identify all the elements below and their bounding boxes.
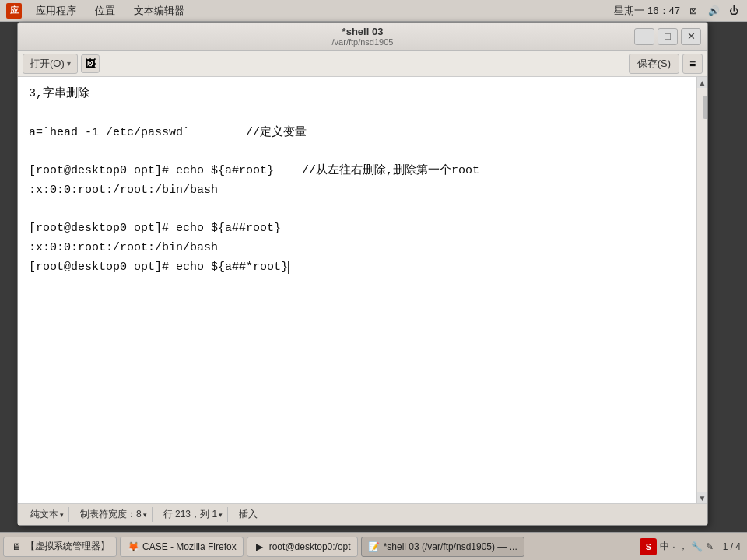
save-label: 保存(S) [637,57,671,71]
menu-icon: ≡ [689,58,696,70]
menu-button[interactable]: ≡ [682,54,703,74]
position-label: 行 213，列 1 [163,508,217,521]
editor-line: a=`head -1 /etc/passwd` //定义变量 [29,124,686,143]
power-icon: ⏻ [727,4,741,18]
network-icon: ⊠ [686,4,700,18]
editor-line [29,104,686,124]
image-button[interactable]: 🖼 [81,54,100,73]
clock-area: 星期一 16：47 ⊠ 🔊 ⏻ [614,4,741,18]
scrollbar[interactable]: ▲ ▼ [696,77,707,503]
scroll-down-button[interactable]: ▼ [697,492,708,503]
taskbar-label-shell: *shell 03 (/var/ftp/nsd1905) — ... [384,541,517,552]
taskbar-right: S 中 · ， 🔧 ✎ 1 / 4 [640,538,744,555]
taskbar-item-firefox[interactable]: 🦊 CASE - Mozilla Firefox [120,537,244,557]
editor-window: *shell 03 /var/ftp/nsd1905 — □ ✕ 打开(O) ▾… [17,22,708,526]
taskbar: 🖥 【虚拟系统管理器】 🦊 CASE - Mozilla Firefox ▶ r… [0,532,747,560]
status-bar: 纯文本 ▾ 制表符宽度：8 ▾ 行 213，列 1 ▾ 插入 [18,503,707,525]
window-title: *shell 03 /var/ftp/nsd1905 [332,26,394,47]
tab-width-arrow: ▾ [143,511,147,519]
text-type-selector[interactable]: 纯文本 ▾ [26,507,69,522]
open-button-label: 打开(O) [30,57,65,71]
position-arrow: ▾ [219,511,223,519]
page-indicator: 1 / 4 [723,541,741,552]
editor-line: 3,字串删除 [29,85,686,104]
clock-display: 星期一 16：47 [614,4,680,18]
taskbar-item-shell[interactable]: 📝 *shell 03 (/var/ftp/nsd1905) — ... [361,537,524,557]
audio-icon: 🔊 [707,4,721,18]
taskbar-label-vm: 【虚拟系统管理器】 [26,540,110,553]
taskbar-item-terminal[interactable]: ▶ root@desktop0:/opt [247,537,358,557]
window-title-main: *shell 03 [332,26,394,37]
editor-line [29,201,686,220]
window-title-sub: /var/ftp/nsd1905 [332,37,394,47]
sogou-icon[interactable]: S [640,538,657,555]
menu-text-editor[interactable]: 文本编辑器 [129,2,189,19]
editor-line: [root@desktop0 opt]# echo ${a#root} //从左… [29,162,686,181]
terminal-icon: ▶ [254,541,266,553]
save-button[interactable]: 保存(S) [629,54,679,74]
tab-width-selector[interactable]: 制表符宽度：8 ▾ [75,507,153,522]
open-button[interactable]: 打开(O) ▾ [23,54,78,74]
firefox-icon: 🦊 [127,541,139,553]
close-button[interactable]: ✕ [681,28,701,45]
editor-line [29,142,686,162]
app-icon: 应 [6,3,22,19]
editor-line: :x:0:0:root:/root:/bin/bash [29,181,686,201]
ime-cn: 中 [660,540,669,553]
editor-body: 3,字串删除 a=`head -1 /etc/passwd` //定义变量 [r… [18,77,707,503]
text-type-arrow: ▾ [60,511,64,519]
title-bar-controls: — □ ✕ [634,28,701,45]
editor-line: [root@desktop0 opt]# echo ${a##root} [29,219,686,239]
taskbar-item-vm[interactable]: 🖥 【虚拟系统管理器】 [3,537,117,557]
taskbar-label-terminal: root@desktop0:/opt [269,541,351,552]
vm-icon: 🖥 [10,541,23,553]
ime-tool1: 🔧 [691,541,703,552]
title-bar: *shell 03 /var/ftp/nsd1905 — □ ✕ [18,23,707,51]
position-indicator[interactable]: 行 213，列 1 ▾ [159,507,228,522]
ime-dot: · [672,541,675,552]
shell-icon: 📝 [368,541,381,553]
image-icon: 🖼 [85,58,96,70]
editor-line: [root@desktop0 opt]# echo ${a##*root} [29,258,686,278]
ime-tool2: ✎ [706,541,714,552]
menu-places[interactable]: 位置 [90,2,120,19]
tab-width-label: 制表符宽度：8 [80,508,142,521]
text-type-label: 纯文本 [30,508,58,521]
text-cursor [288,261,296,274]
toolbar: 打开(O) ▾ 🖼 保存(S) ≡ [18,51,707,77]
minimize-button[interactable]: — [634,28,654,45]
taskbar-label-firefox: CASE - Mozilla Firefox [142,541,237,552]
editor-content[interactable]: 3,字串删除 a=`head -1 /etc/passwd` //定义变量 [r… [18,77,696,503]
scrollbar-thumb[interactable] [703,96,708,119]
ime-punc: ， [679,540,688,553]
menu-apps[interactable]: 应用程序 [31,2,81,19]
maximize-button[interactable]: □ [658,28,678,45]
scroll-up-button[interactable]: ▲ [697,77,708,88]
top-menubar: 应 应用程序 位置 文本编辑器 星期一 16：47 ⊠ 🔊 ⏻ [0,0,747,22]
open-dropdown-arrow: ▾ [67,59,71,68]
editor-line: :x:0:0:root:/root:/bin/bash [29,239,686,258]
insert-mode-label: 插入 [234,507,262,522]
